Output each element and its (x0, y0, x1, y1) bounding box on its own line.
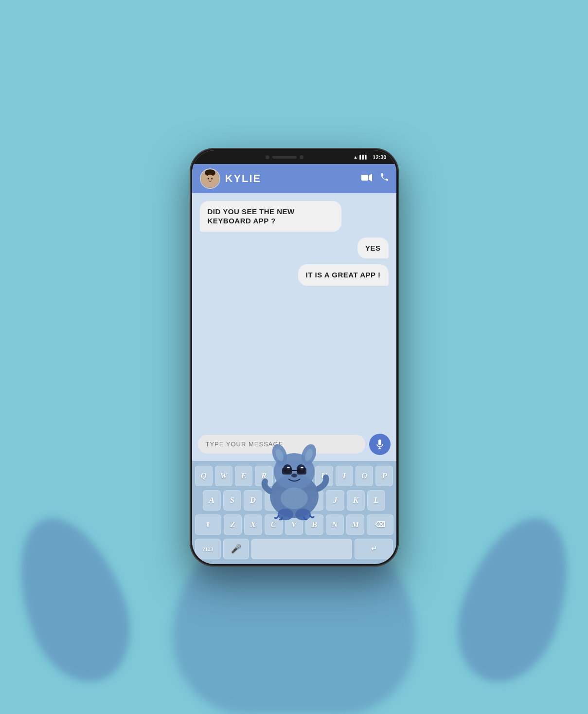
front-camera (266, 155, 269, 159)
key-delete[interactable]: ⌫ (367, 514, 393, 535)
avatar-face (201, 169, 219, 188)
key-g[interactable]: G (285, 490, 303, 511)
avatar (200, 168, 220, 189)
video-call-icon[interactable] (361, 173, 372, 184)
phone-frame: ▲ ▌▌▌ 12:30 (190, 148, 399, 567)
message-outgoing-2: IT IS A GREAT APP ! (298, 264, 389, 286)
speaker-grille (272, 156, 297, 159)
key-i[interactable]: I (336, 466, 353, 486)
key-y[interactable]: Y (295, 466, 313, 486)
key-l[interactable]: L (367, 490, 385, 511)
key-space[interactable] (251, 539, 352, 559)
key-mic[interactable]: 🎤 (223, 539, 249, 559)
signal-icon: ▌▌▌ (359, 155, 368, 159)
key-u[interactable]: U (315, 466, 333, 486)
header-actions (361, 173, 389, 184)
contact-name: KYLIE (225, 172, 356, 185)
key-e[interactable]: E (235, 466, 252, 486)
svg-rect-7 (378, 439, 381, 445)
status-bar-right: ▲ ▌▌▌ 12:30 (353, 154, 386, 160)
stitch-right-ear (440, 503, 588, 696)
keyboard-row-bottom: ?123 🎤 ↵ (195, 539, 393, 559)
svg-marker-6 (369, 174, 372, 182)
key-b[interactable]: B (305, 514, 323, 535)
front-sensor (300, 155, 303, 159)
stitch-left-ear (0, 503, 148, 696)
keyboard-row-3: ⇧ Z X C V B N M ⌫ (195, 514, 393, 535)
keyboard-row-2: A S D F G H J K L (195, 490, 393, 511)
key-f[interactable]: F (265, 490, 283, 511)
key-p[interactable]: P (375, 466, 393, 486)
key-q[interactable]: Q (195, 466, 213, 486)
key-k[interactable]: K (347, 490, 365, 511)
phone-screen: ▲ ▌▌▌ 12:30 (192, 150, 396, 564)
svg-rect-5 (361, 175, 368, 181)
key-m[interactable]: M (346, 514, 364, 535)
status-time: 12:30 (373, 154, 386, 160)
mic-button[interactable] (369, 434, 391, 455)
key-numbers[interactable]: ?123 (195, 539, 221, 559)
chat-messages: DID YOU SEE THE NEW KEYBOARD APP ? YES I… (192, 193, 396, 430)
message-input-area (192, 430, 396, 461)
key-c[interactable]: C (265, 514, 283, 535)
message-incoming-1: DID YOU SEE THE NEW KEYBOARD APP ? (200, 201, 341, 232)
chat-header: KYLIE (192, 164, 396, 193)
svg-point-4 (211, 178, 213, 180)
key-w[interactable]: W (215, 466, 232, 486)
key-enter[interactable]: ↵ (355, 539, 393, 559)
key-j[interactable]: J (326, 490, 344, 511)
key-a[interactable]: A (203, 490, 221, 511)
keyboard: Q W E R T Y U I O P A S (192, 461, 396, 564)
screen-content: KYLIE (192, 164, 396, 564)
key-t[interactable]: T (275, 466, 293, 486)
svg-point-2 (205, 174, 214, 185)
svg-point-3 (208, 178, 209, 180)
key-shift[interactable]: ⇧ (195, 514, 222, 535)
keyboard-row-1: Q W E R T Y U I O P (195, 466, 393, 486)
key-x[interactable]: X (244, 514, 262, 535)
phone-call-icon[interactable] (380, 173, 389, 184)
key-d[interactable]: D (244, 490, 262, 511)
key-s[interactable]: S (223, 490, 241, 511)
wifi-icon: ▲ (353, 155, 357, 160)
key-o[interactable]: O (356, 466, 373, 486)
key-v[interactable]: V (285, 514, 303, 535)
phone-notch: ▲ ▌▌▌ 12:30 (192, 150, 396, 164)
phone-body: ▲ ▌▌▌ 12:30 (190, 148, 399, 567)
key-z[interactable]: Z (224, 514, 242, 535)
key-n[interactable]: N (326, 514, 344, 535)
message-outgoing-1: YES (357, 238, 389, 259)
message-input[interactable] (198, 435, 365, 454)
key-h[interactable]: H (305, 490, 323, 511)
key-r[interactable]: R (255, 466, 272, 486)
notch-center (266, 155, 303, 159)
